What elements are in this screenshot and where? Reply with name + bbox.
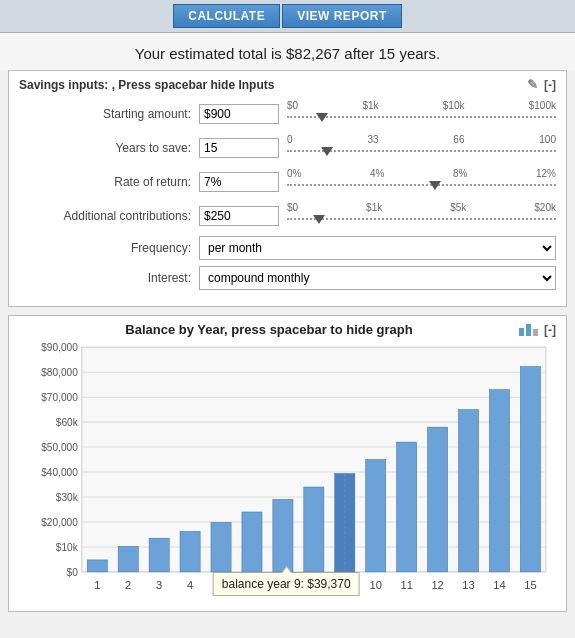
graph-header: Balance by Year, press spacebar to hide … xyxy=(19,322,556,337)
svg-rect-27 xyxy=(273,499,293,571)
svg-rect-28 xyxy=(304,487,324,572)
svg-text:10: 10 xyxy=(370,578,382,590)
graph-title: Balance by Year, press spacebar to hide … xyxy=(19,322,519,337)
svg-text:6: 6 xyxy=(249,578,255,590)
svg-text:11: 11 xyxy=(400,578,412,590)
interest-select[interactable]: compound monthly compound annually simpl… xyxy=(199,266,556,290)
interest-row: Interest: compound monthly compound annu… xyxy=(19,266,556,290)
svg-text:$40,000: $40,000 xyxy=(41,467,78,478)
chart-svg: $90,000$80,000$70,000$60k$50,000$40,000$… xyxy=(19,341,556,601)
years-to-save-input[interactable] xyxy=(199,138,279,158)
inputs-title: Savings inputs: , Press spacebar hide In… xyxy=(19,78,274,92)
inputs-header-controls: ✎ [-] xyxy=(527,77,556,92)
chart-area: $90,000$80,000$70,000$60k$50,000$40,000$… xyxy=(19,341,556,601)
svg-text:$90,000: $90,000 xyxy=(41,342,78,353)
rate-of-return-row: Rate of return: 0%4%8%12% xyxy=(19,168,556,196)
rate-of-return-label: Rate of return: xyxy=(19,175,199,189)
svg-text:12: 12 xyxy=(431,578,443,590)
svg-rect-22 xyxy=(118,546,138,571)
svg-text:$20,000: $20,000 xyxy=(41,517,78,528)
collapse-inputs-button[interactable]: [-] xyxy=(544,78,556,92)
svg-rect-33 xyxy=(458,410,478,572)
svg-text:$0: $0 xyxy=(67,567,79,578)
additional-contributions-label: Additional contributions: xyxy=(19,209,199,223)
inputs-section: Savings inputs: , Press spacebar hide In… xyxy=(8,70,567,307)
inputs-header: Savings inputs: , Press spacebar hide In… xyxy=(19,77,556,92)
frequency-select[interactable]: per month per year one time xyxy=(199,236,556,260)
frequency-row: Frequency: per month per year one time xyxy=(19,236,556,260)
svg-text:9: 9 xyxy=(342,578,348,590)
frequency-label: Frequency: xyxy=(19,241,199,255)
years-to-save-label: Years to save: xyxy=(19,141,199,155)
svg-text:1: 1 xyxy=(94,578,100,590)
svg-rect-26 xyxy=(242,512,262,572)
result-text: Your estimated total is $82,267 after 15… xyxy=(135,45,440,62)
years-to-save-slider-container: 03366100 xyxy=(287,134,556,162)
starting-amount-thumb[interactable] xyxy=(316,113,328,122)
svg-text:$60k: $60k xyxy=(56,417,79,428)
view-report-button[interactable]: VIEW REPORT xyxy=(282,4,402,28)
svg-text:4: 4 xyxy=(187,578,193,590)
years-to-save-row: Years to save: 03366100 xyxy=(19,134,556,162)
svg-text:13: 13 xyxy=(462,578,474,590)
result-line: Your estimated total is $82,267 after 15… xyxy=(0,33,575,70)
svg-rect-23 xyxy=(149,538,169,572)
additional-contributions-row: Additional contributions: $0$1k$5k$20k xyxy=(19,202,556,230)
graph-section: Balance by Year, press spacebar to hide … xyxy=(8,315,567,612)
starting-amount-slider-container: $0$1k$10k$100k xyxy=(287,100,556,128)
svg-text:2: 2 xyxy=(125,578,131,590)
svg-text:$50,000: $50,000 xyxy=(41,442,78,453)
bar-chart-icon xyxy=(519,324,538,336)
svg-text:8: 8 xyxy=(311,578,317,590)
additional-contributions-thumb[interactable] xyxy=(313,215,325,224)
svg-rect-32 xyxy=(428,427,448,572)
svg-text:$30k: $30k xyxy=(56,492,79,503)
svg-rect-21 xyxy=(87,560,107,572)
svg-rect-25 xyxy=(211,522,231,571)
rate-of-return-slider-labels: 0%4%8%12% xyxy=(287,168,556,179)
graph-controls: [-] xyxy=(519,323,556,337)
interest-label: Interest: xyxy=(19,271,199,285)
years-to-save-slider-labels: 03366100 xyxy=(287,134,556,145)
rate-of-return-input[interactable] xyxy=(199,172,279,192)
svg-rect-30 xyxy=(366,460,386,572)
svg-text:$10k: $10k xyxy=(56,542,79,553)
starting-amount-row: Starting amount: $0$1k$10k$100k xyxy=(19,100,556,128)
starting-amount-slider-labels: $0$1k$10k$100k xyxy=(287,100,556,111)
svg-rect-35 xyxy=(520,367,540,572)
svg-text:14: 14 xyxy=(493,578,505,590)
svg-rect-34 xyxy=(489,390,509,572)
starting-amount-input[interactable] xyxy=(199,104,279,124)
svg-rect-31 xyxy=(397,442,417,572)
calculate-button[interactable]: CALCULATE xyxy=(173,4,280,28)
svg-text:5: 5 xyxy=(218,578,224,590)
additional-contributions-slider-container: $0$1k$5k$20k xyxy=(287,202,556,230)
svg-text:7: 7 xyxy=(280,578,286,590)
svg-text:3: 3 xyxy=(156,578,162,590)
rate-of-return-thumb[interactable] xyxy=(429,181,441,190)
svg-text:$70,000: $70,000 xyxy=(41,392,78,403)
collapse-graph-button[interactable]: [-] xyxy=(544,323,556,337)
starting-amount-label: Starting amount: xyxy=(19,107,199,121)
rate-of-return-slider-container: 0%4%8%12% xyxy=(287,168,556,196)
additional-contributions-slider-labels: $0$1k$5k$20k xyxy=(287,202,556,213)
svg-text:15: 15 xyxy=(524,578,536,590)
edit-icon[interactable]: ✎ xyxy=(527,77,538,92)
svg-rect-24 xyxy=(180,531,200,571)
additional-contributions-input[interactable] xyxy=(199,206,279,226)
years-to-save-thumb[interactable] xyxy=(321,147,333,156)
svg-text:$80,000: $80,000 xyxy=(41,367,78,378)
toolbar: CALCULATE VIEW REPORT xyxy=(0,0,575,33)
